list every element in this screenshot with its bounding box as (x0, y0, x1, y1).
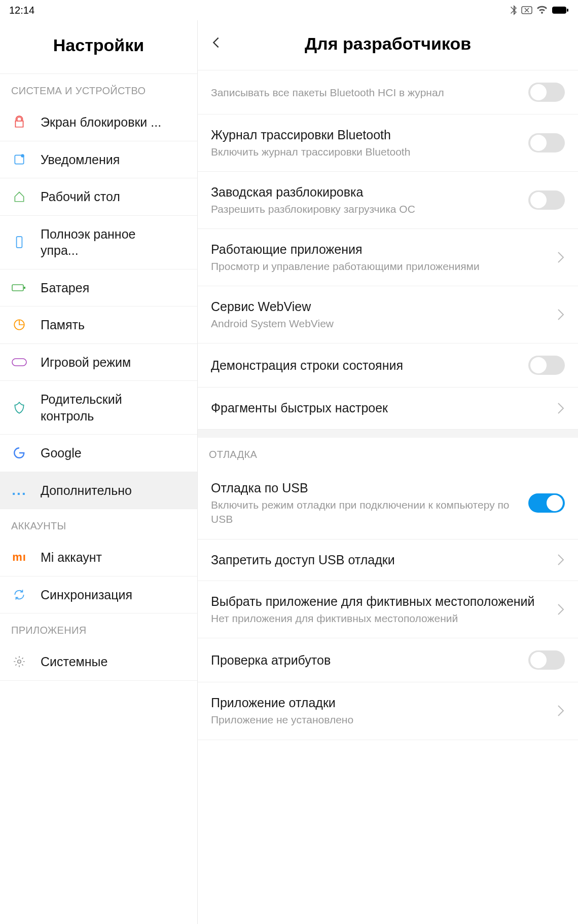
sidebar-item[interactable]: Экран блокировки ... (0, 104, 197, 141)
setting-item: Отладка по USBВключить режим отладки при… (198, 468, 578, 539)
clock: 12:14 (9, 5, 34, 16)
sync-icon (11, 587, 27, 603)
sidebar-item-label: Игровой режим (41, 354, 131, 371)
setting-item[interactable]: Работающие приложенияПросмотр и управлен… (198, 229, 578, 286)
setting-subtitle: Android System WebView (211, 317, 551, 331)
sidebar-item[interactable]: Уведомления (0, 141, 197, 179)
chevron-right-icon (557, 704, 565, 717)
sidebar-section-header: СИСТЕМА И УСТРОЙСТВО (0, 74, 197, 104)
chevron-right-icon (557, 603, 565, 616)
svg-point-9 (18, 660, 21, 664)
settings-section-header: ОТЛАДКА (198, 438, 578, 468)
main-pane: Для разработчиков Записывать все пакеты … (198, 20, 578, 924)
more-icon: ... (11, 482, 27, 498)
wifi-icon (536, 6, 548, 15)
setting-title: Журнал трассировки Bluetooth (211, 127, 528, 144)
setting-title: Выбрать приложение для фиктивных местопо… (211, 593, 551, 610)
setting-item[interactable]: Сервис WebViewAndroid System WebView (198, 286, 578, 343)
setting-item[interactable]: Выбрать приложение для фиктивных местопо… (198, 581, 578, 638)
battery-icon (552, 6, 569, 14)
sidebar-item[interactable]: Игровой режим (0, 344, 197, 381)
sidebar-item[interactable]: mıMi аккаунт (0, 539, 197, 576)
sidebar-item[interactable]: Родительский контроль (0, 381, 197, 435)
setting-subtitle: Включить журнал трассировки Bluetooth (211, 145, 528, 159)
phone-icon (11, 234, 27, 250)
sidebar-item-label: Системные (41, 653, 107, 670)
setting-item[interactable]: Фрагменты быстрых настроек (198, 388, 578, 430)
mi-icon: mı (11, 549, 27, 565)
setting-subtitle: Приложение не установлено (211, 713, 551, 727)
sidebar-item-label: Полноэк ранное упра... (41, 226, 162, 259)
lock-icon (11, 114, 27, 130)
setting-title: Демонстрация строки состояния (211, 357, 528, 374)
setting-text: Сервис WebViewAndroid System WebView (211, 298, 551, 331)
setting-item: Проверка атрибутов (198, 638, 578, 682)
setting-text: Демонстрация строки состояния (211, 357, 528, 374)
setting-item: Журнал трассировки BluetoothВключить жур… (198, 114, 578, 172)
sidebar-item-label: Батарея (41, 280, 89, 296)
setting-text: Проверка атрибутов (211, 652, 528, 669)
toggle-switch[interactable] (528, 650, 565, 670)
google-icon (11, 445, 27, 461)
sidebar-title: Настройки (0, 20, 197, 74)
status-icons (510, 5, 569, 15)
chevron-right-icon (557, 308, 565, 321)
toggle-switch[interactable] (528, 190, 565, 210)
sidebar-item[interactable]: Память (0, 306, 197, 344)
setting-title: Записывать все пакеты Bluetooth HCI в жу… (211, 86, 528, 100)
sidebar-item-label: Mi аккаунт (41, 549, 102, 566)
setting-item[interactable]: Приложение отладкиПриложение не установл… (198, 682, 578, 740)
chevron-right-icon (557, 251, 565, 264)
chevron-right-icon (557, 402, 565, 415)
setting-title: Сервис WebView (211, 298, 551, 316)
close-box-icon (521, 6, 532, 14)
setting-text: Записывать все пакеты Bluetooth HCI в жу… (211, 85, 528, 100)
toggle-switch[interactable] (528, 133, 565, 152)
svg-point-4 (21, 154, 24, 158)
sidebar-item-label: Дополнительно (41, 482, 132, 499)
setting-item: Заводская разблокировкаРазрешить разблок… (198, 172, 578, 229)
sidebar-section-header: ПРИЛОЖЕНИЯ (0, 613, 197, 643)
toggle-switch[interactable] (528, 356, 565, 375)
sidebar-item-label: Синхронизация (41, 587, 132, 603)
setting-item: Демонстрация строки состояния (198, 343, 578, 388)
toggle-switch[interactable] (528, 83, 565, 102)
sidebar-item[interactable]: Полноэк ранное упра... (0, 216, 197, 270)
sidebar-item-label: Память (41, 317, 85, 333)
sidebar-item[interactable]: Рабочий стол (0, 178, 197, 216)
storage-icon (11, 317, 27, 333)
setting-title: Запретить доступ USB отладки (211, 552, 551, 569)
setting-text: Заводская разблокировкаРазрешить разблок… (211, 184, 528, 216)
setting-text: Журнал трассировки BluetoothВключить жур… (211, 127, 528, 159)
status-bar: 12:14 (0, 0, 578, 20)
svg-rect-6 (12, 285, 23, 291)
setting-title: Заводская разблокировка (211, 184, 528, 201)
setting-title: Приложение отладки (211, 695, 551, 712)
svg-rect-1 (552, 7, 566, 14)
game-icon (11, 354, 27, 370)
sidebar-item-label: Экран блокировки ... (41, 114, 161, 131)
sidebar-item[interactable]: Синхронизация (0, 576, 197, 614)
sidebar-item[interactable]: Батарея (0, 270, 197, 307)
sidebar-item[interactable]: Системные (0, 643, 197, 681)
sidebar-item-label: Уведомления (41, 151, 120, 168)
sidebar-item[interactable]: Google (0, 435, 197, 472)
back-button[interactable] (209, 35, 225, 52)
notification-icon (11, 151, 27, 168)
setting-item[interactable]: Запретить доступ USB отладки (198, 540, 578, 582)
setting-text: Отладка по USBВключить режим отладки при… (211, 480, 528, 526)
sidebar-item-label: Родительский контроль (41, 391, 162, 424)
sidebar-item[interactable]: ...Дополнительно (0, 472, 197, 510)
setting-text: Запретить доступ USB отладки (211, 552, 551, 569)
toggle-switch[interactable] (528, 493, 565, 513)
sidebar-item-label: Google (41, 445, 82, 461)
battery-icon (11, 280, 27, 296)
settings-list: Записывать все пакеты Bluetooth HCI в жу… (198, 70, 578, 740)
system-icon (11, 653, 27, 670)
setting-title: Проверка атрибутов (211, 652, 528, 669)
sidebar: Настройки СИСТЕМА И УСТРОЙСТВОЭкран блок… (0, 20, 198, 924)
bluetooth-icon (510, 5, 517, 15)
setting-subtitle: Разрешить разблокировку загрузчика ОС (211, 202, 528, 216)
setting-title: Отладка по USB (211, 480, 528, 497)
setting-item: Записывать все пакеты Bluetooth HCI в жу… (198, 70, 578, 114)
